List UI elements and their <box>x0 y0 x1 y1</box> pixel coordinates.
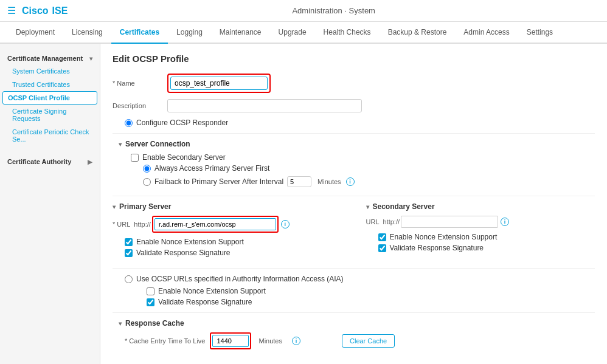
top-bar: ☰ Cisco ISE Administration · System <box>0 0 607 22</box>
failback-info-icon[interactable]: i <box>346 177 355 186</box>
cert-mgmt-header[interactable]: Certificate Management ▾ <box>0 50 100 64</box>
nav-admin-access[interactable]: Admin Access <box>455 22 518 44</box>
secondary-validate-checkbox[interactable] <box>378 244 386 252</box>
aia-nonce-label: Enable Nonce Extension Support <box>158 287 266 295</box>
name-row: * Name <box>113 74 595 93</box>
desc-input[interactable] <box>167 99 362 112</box>
servers-section: ▾ Primary Server * URL http:// i Enable … <box>113 202 595 259</box>
secondary-nonce-checkbox[interactable] <box>378 233 386 241</box>
chevron-down-icon: ▾ <box>89 55 92 62</box>
clear-cache-button[interactable]: Clear Cache <box>342 334 395 348</box>
cache-collapse-icon: ▾ <box>119 320 122 327</box>
failback-label: Failback to Primary Server After Interva… <box>154 177 283 186</box>
configure-ocsp-label: Configure OCSP Responder <box>136 118 228 127</box>
primary-nonce-label: Enable Nonce Extension Support <box>136 238 244 246</box>
always-primary-label: Always Access Primary Server First <box>154 164 269 173</box>
sidebar-item-cert-signing[interactable]: Certificate Signing Requests <box>0 105 100 125</box>
primary-nonce-row: Enable Nonce Extension Support <box>125 238 342 246</box>
cisco-logo: Cisco <box>22 5 49 16</box>
secondary-nonce-row: Enable Nonce Extension Support <box>378 233 595 241</box>
nav-deployment[interactable]: Deployment <box>7 22 63 44</box>
cache-entry-label: * Cache Entry Time To Live <box>125 337 205 345</box>
enable-secondary-label: Enable Secondary Server <box>142 153 226 162</box>
nav-logging[interactable]: Logging <box>168 22 211 44</box>
name-input-box <box>167 74 271 93</box>
primary-url-label: * URL <box>113 221 130 228</box>
secondary-url-row: URL http:// i <box>366 216 595 228</box>
aia-validate-label: Validate Response Signature <box>158 298 252 306</box>
configure-ocsp-radio[interactable] <box>125 119 133 127</box>
nav-licensing[interactable]: Licensing <box>63 22 111 44</box>
aia-validate-checkbox[interactable] <box>147 298 154 306</box>
server-connection-section: ▾ Server Connection Enable Secondary Ser… <box>113 140 595 187</box>
cache-input-box <box>210 332 251 349</box>
nav-upgrade[interactable]: Upgrade <box>270 22 315 44</box>
primary-validate-checkbox[interactable] <box>125 249 133 257</box>
secondary-validate-row: Validate Response Signature <box>378 244 595 252</box>
primary-url-row: * URL http:// i <box>113 216 342 233</box>
primary-url-info-icon[interactable]: i <box>281 220 290 228</box>
primary-url-input-box <box>152 216 279 233</box>
secondary-url-label: URL <box>366 218 380 225</box>
nav-certificates[interactable]: Certificates <box>111 22 168 44</box>
aia-nonce-checkbox[interactable] <box>147 287 154 295</box>
hamburger-icon[interactable]: ☰ <box>7 5 16 16</box>
secondary-server-header[interactable]: ▾ Secondary Server <box>366 202 595 211</box>
aia-nonce-row: Enable Nonce Extension Support <box>125 287 595 295</box>
response-cache-header[interactable]: ▾ Response Cache <box>119 319 595 328</box>
sidebar-item-cert-periodic[interactable]: Certificate Periodic Check Se... <box>0 125 100 146</box>
chevron-right-icon: ▶ <box>88 159 92 165</box>
cache-info-icon[interactable]: i <box>292 337 300 345</box>
nav-health-checks[interactable]: Health Checks <box>315 22 380 44</box>
sidebar-item-trusted-certs[interactable]: Trusted Certificates <box>0 78 100 91</box>
always-primary-radio[interactable] <box>143 165 151 173</box>
sidebar-item-ocsp-client[interactable]: OCSP Client Profile <box>2 91 97 105</box>
primary-collapse-icon: ▾ <box>113 204 116 210</box>
page-header-title: Administration · System <box>68 6 600 15</box>
product-name: ISE <box>52 5 68 16</box>
failback-minutes-label: Minutes <box>317 178 341 185</box>
cache-row: * Cache Entry Time To Live Minutes i Cle… <box>125 332 595 349</box>
cert-authority-label: Certificate Authority <box>7 158 71 165</box>
use-ocsp-urls-row: Use OCSP URLs specified in Authority Inf… <box>113 275 595 283</box>
server-connection-header[interactable]: ▾ Server Connection <box>119 140 595 148</box>
primary-server-col: ▾ Primary Server * URL http:// i Enable … <box>113 202 342 259</box>
layout: Certificate Management ▾ System Certific… <box>0 44 607 364</box>
secondary-url-prefix: http:// <box>383 218 400 225</box>
primary-server-header[interactable]: ▾ Primary Server <box>113 202 342 211</box>
nav-settings[interactable]: Settings <box>518 22 561 44</box>
always-primary-row: Always Access Primary Server First <box>143 164 595 173</box>
server-connection-body: Enable Secondary Server Always Access Pr… <box>119 153 595 187</box>
primary-nonce-checkbox[interactable] <box>125 238 133 246</box>
secondary-url-info-icon[interactable]: i <box>501 218 509 226</box>
configure-ocsp-row: Configure OCSP Responder <box>113 118 595 127</box>
page-title: Edit OCSP Profile <box>113 53 595 64</box>
cert-authority-header[interactable]: Certificate Authority ▶ <box>0 153 100 168</box>
enable-secondary-checkbox[interactable] <box>131 154 139 162</box>
failback-interval-input[interactable] <box>287 176 311 187</box>
nav-maintenance[interactable]: Maintenance <box>211 22 270 44</box>
name-input[interactable] <box>170 77 268 90</box>
cert-mgmt-label: Certificate Management <box>7 55 83 62</box>
secondary-server-col: ▾ Secondary Server URL http:// i Enable … <box>366 202 595 259</box>
cache-entry-input[interactable] <box>212 335 249 347</box>
server-connection-title: Server Connection <box>125 140 190 148</box>
nav-backup-restore[interactable]: Backup & Restore <box>380 22 456 44</box>
response-cache-title: Response Cache <box>125 319 184 328</box>
use-ocsp-urls-label: Use OCSP URLs specified in Authority Inf… <box>136 275 344 283</box>
failback-row: Failback to Primary Server After Interva… <box>143 176 595 187</box>
secondary-url-input[interactable] <box>401 216 498 228</box>
nav-bar: Deployment Licensing Certificates Loggin… <box>0 22 607 44</box>
desc-row: Description <box>113 99 595 112</box>
sidebar-item-system-certs[interactable]: System Certificates <box>0 64 100 78</box>
use-ocsp-urls-radio[interactable] <box>125 275 133 283</box>
primary-url-prefix: http:// <box>134 221 151 228</box>
primary-server-title: Primary Server <box>119 202 171 211</box>
secondary-nonce-label: Enable Nonce Extension Support <box>390 233 498 241</box>
failback-radio[interactable] <box>143 178 151 186</box>
response-cache-section: ▾ Response Cache * Cache Entry Time To L… <box>113 319 595 349</box>
sidebar: Certificate Management ▾ System Certific… <box>0 44 100 364</box>
primary-url-input[interactable] <box>154 218 276 230</box>
cache-minutes-label: Minutes <box>258 337 282 345</box>
aia-validate-row: Validate Response Signature <box>125 298 595 306</box>
